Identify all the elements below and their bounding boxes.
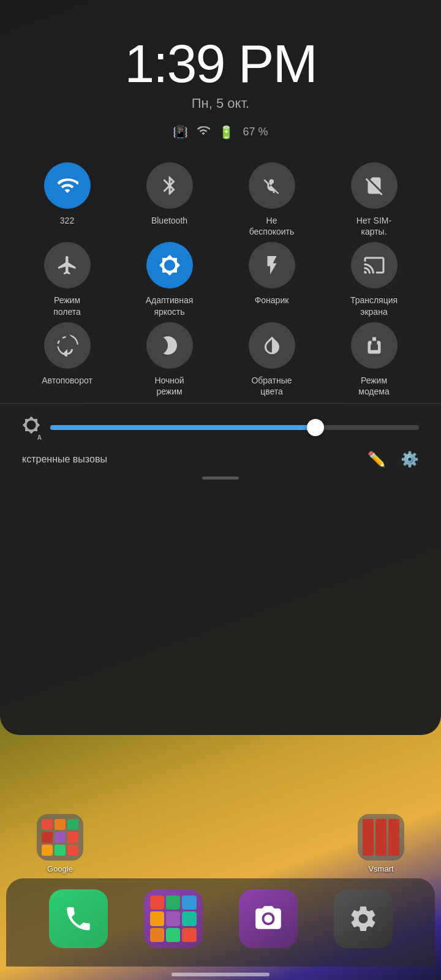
- tile-flashlight[interactable]: Фонарик: [223, 242, 320, 317]
- brightness-fill: [50, 425, 315, 430]
- auto-rotate-tile-icon: [44, 322, 91, 369]
- clock-section: 1:39 PM Пн, 5 окт.: [124, 37, 317, 111]
- bottom-bar: кстренные вызовы ✏️ ⚙️: [0, 445, 441, 474]
- tile-tethering[interactable]: Режим модема: [325, 322, 423, 397]
- brightness-slider[interactable]: [50, 425, 419, 430]
- quick-tiles-grid: 322 Bluetooth Не беспокоить Нет SIM-карт…: [0, 162, 441, 397]
- no-sim-tile-icon: [351, 162, 398, 209]
- tile-invert[interactable]: Обратные цвета: [223, 322, 320, 397]
- tile-adaptive-brightness[interactable]: Адаптивная яркость: [121, 242, 218, 317]
- brightness-track: [50, 425, 419, 430]
- edit-icon[interactable]: ✏️: [368, 451, 386, 468]
- tile-dnd[interactable]: Не беспокоить: [223, 162, 320, 237]
- wifi-tile-label: 322: [60, 215, 74, 226]
- wifi-tile-icon: [44, 162, 91, 209]
- auto-rotate-tile-label: Автоповорот: [42, 375, 92, 386]
- notification-panel: 1:39 PM Пн, 5 окт. 📳 🔋 67 % 322 Bluetoot…: [0, 0, 441, 735]
- tile-auto-rotate[interactable]: Автоповорот: [18, 322, 116, 397]
- tile-night-mode[interactable]: Ночной режим: [121, 322, 218, 397]
- no-sim-tile-label: Нет SIM-карты.: [347, 215, 402, 237]
- bottom-icons: ✏️ ⚙️: [368, 451, 419, 468]
- screencast-tile-icon: [351, 242, 398, 288]
- folder-vsmart[interactable]: Vsmart: [358, 814, 404, 873]
- vibrate-icon: 📳: [173, 125, 188, 140]
- settings-icon[interactable]: ⚙️: [401, 451, 419, 468]
- clock-date: Пн, 5 окт.: [124, 96, 317, 111]
- tile-screencast[interactable]: Трансляция экрана: [325, 242, 423, 317]
- dnd-tile-icon: [249, 162, 295, 209]
- airplane-tile-label: Режим полета: [40, 295, 95, 317]
- brightness-icon: A: [22, 416, 40, 439]
- flashlight-tile-label: Фонарик: [255, 295, 289, 306]
- brightness-section: A: [0, 403, 441, 445]
- tethering-tile-label: Режим модема: [347, 375, 402, 397]
- dock-phone[interactable]: [49, 889, 108, 948]
- bluetooth-tile-label: Bluetooth: [151, 215, 187, 226]
- swipe-indicator: [202, 477, 239, 480]
- tethering-tile-icon: [351, 322, 398, 369]
- wifi-status-icon: [197, 124, 210, 140]
- battery-status-icon: 🔋: [219, 125, 234, 140]
- night-mode-tile-label: Ночной режим: [142, 375, 197, 397]
- dock-camera[interactable]: [239, 889, 298, 948]
- adaptive-brightness-tile-label: Адаптивная яркость: [142, 295, 197, 317]
- battery-percent: 67 %: [243, 126, 268, 138]
- airplane-tile-icon: [44, 242, 91, 288]
- status-row: 📳 🔋 67 %: [173, 124, 268, 140]
- dnd-tile-label: Не беспокоить: [244, 215, 300, 237]
- dock-apps[interactable]: [144, 889, 203, 948]
- brightness-thumb[interactable]: [307, 419, 324, 436]
- flashlight-tile-icon: [249, 242, 295, 288]
- tile-no-sim[interactable]: Нет SIM-карты.: [325, 162, 423, 237]
- adaptive-brightness-tile-icon: [146, 242, 193, 288]
- tile-bluetooth[interactable]: Bluetooth: [121, 162, 218, 237]
- homescreen: Google Vsmart: [0, 735, 441, 980]
- google-folder-label: Google: [47, 864, 73, 873]
- invert-tile-label: Обратные цвета: [244, 375, 300, 397]
- emergency-calls-text: кстренные вызовы: [22, 454, 107, 465]
- vsmart-folder-label: Vsmart: [368, 864, 393, 873]
- tile-airplane[interactable]: Режим полета: [18, 242, 116, 317]
- bluetooth-tile-icon: [146, 162, 193, 209]
- clock-time: 1:39 PM: [124, 37, 317, 91]
- home-indicator: [172, 973, 270, 976]
- dock-settings[interactable]: [334, 889, 393, 948]
- invert-tile-icon: [249, 322, 295, 369]
- dock: [6, 878, 435, 967]
- tile-wifi[interactable]: 322: [18, 162, 116, 237]
- screencast-tile-label: Трансляция экрана: [347, 295, 402, 317]
- night-mode-tile-icon: [146, 322, 193, 369]
- folder-google[interactable]: Google: [37, 814, 83, 873]
- brightness-auto-label: A: [37, 434, 42, 441]
